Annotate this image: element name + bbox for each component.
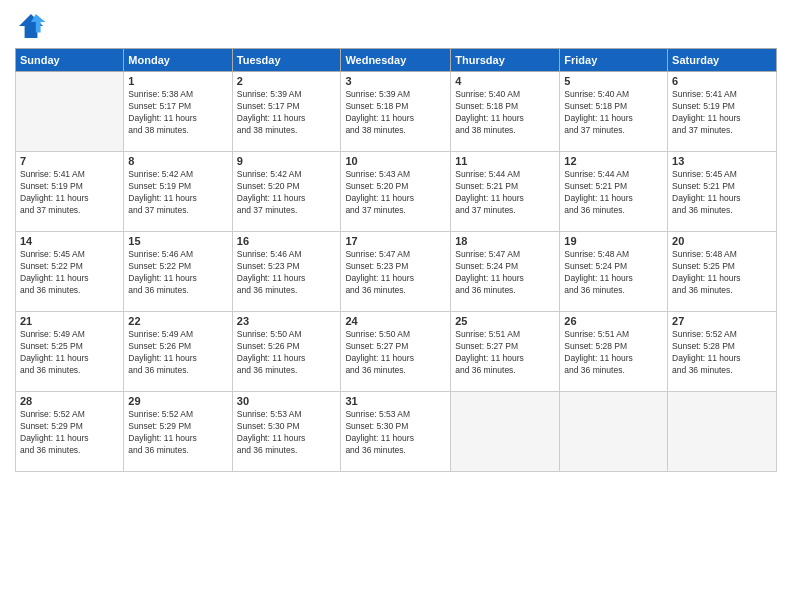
calendar-cell: 26Sunrise: 5:51 AMSunset: 5:28 PMDayligh… xyxy=(560,312,668,392)
calendar-cell xyxy=(451,392,560,472)
day-info: Sunrise: 5:45 AMSunset: 5:22 PMDaylight:… xyxy=(20,249,119,297)
day-header-monday: Monday xyxy=(124,49,232,72)
day-info: Sunrise: 5:40 AMSunset: 5:18 PMDaylight:… xyxy=(564,89,663,137)
day-header-thursday: Thursday xyxy=(451,49,560,72)
calendar-cell: 24Sunrise: 5:50 AMSunset: 5:27 PMDayligh… xyxy=(341,312,451,392)
day-info: Sunrise: 5:38 AMSunset: 5:17 PMDaylight:… xyxy=(128,89,227,137)
calendar-cell: 20Sunrise: 5:48 AMSunset: 5:25 PMDayligh… xyxy=(668,232,777,312)
day-number: 13 xyxy=(672,155,772,167)
calendar-cell: 1Sunrise: 5:38 AMSunset: 5:17 PMDaylight… xyxy=(124,72,232,152)
calendar-cell: 25Sunrise: 5:51 AMSunset: 5:27 PMDayligh… xyxy=(451,312,560,392)
day-number: 23 xyxy=(237,315,337,327)
calendar-cell: 10Sunrise: 5:43 AMSunset: 5:20 PMDayligh… xyxy=(341,152,451,232)
day-number: 7 xyxy=(20,155,119,167)
calendar-cell: 29Sunrise: 5:52 AMSunset: 5:29 PMDayligh… xyxy=(124,392,232,472)
day-number: 2 xyxy=(237,75,337,87)
day-info: Sunrise: 5:49 AMSunset: 5:25 PMDaylight:… xyxy=(20,329,119,377)
day-info: Sunrise: 5:50 AMSunset: 5:26 PMDaylight:… xyxy=(237,329,337,377)
day-info: Sunrise: 5:44 AMSunset: 5:21 PMDaylight:… xyxy=(564,169,663,217)
week-row-1: 7Sunrise: 5:41 AMSunset: 5:19 PMDaylight… xyxy=(16,152,777,232)
calendar-cell: 28Sunrise: 5:52 AMSunset: 5:29 PMDayligh… xyxy=(16,392,124,472)
calendar-cell: 30Sunrise: 5:53 AMSunset: 5:30 PMDayligh… xyxy=(232,392,341,472)
calendar-cell: 2Sunrise: 5:39 AMSunset: 5:17 PMDaylight… xyxy=(232,72,341,152)
day-info: Sunrise: 5:43 AMSunset: 5:20 PMDaylight:… xyxy=(345,169,446,217)
day-number: 14 xyxy=(20,235,119,247)
day-number: 24 xyxy=(345,315,446,327)
logo xyxy=(15,10,51,42)
day-number: 17 xyxy=(345,235,446,247)
day-number: 22 xyxy=(128,315,227,327)
day-number: 28 xyxy=(20,395,119,407)
calendar-table: SundayMondayTuesdayWednesdayThursdayFrid… xyxy=(15,48,777,472)
day-info: Sunrise: 5:48 AMSunset: 5:24 PMDaylight:… xyxy=(564,249,663,297)
calendar-cell: 17Sunrise: 5:47 AMSunset: 5:23 PMDayligh… xyxy=(341,232,451,312)
calendar-cell: 27Sunrise: 5:52 AMSunset: 5:28 PMDayligh… xyxy=(668,312,777,392)
day-number: 18 xyxy=(455,235,555,247)
day-info: Sunrise: 5:51 AMSunset: 5:27 PMDaylight:… xyxy=(455,329,555,377)
day-info: Sunrise: 5:53 AMSunset: 5:30 PMDaylight:… xyxy=(345,409,446,457)
day-header-wednesday: Wednesday xyxy=(341,49,451,72)
week-row-3: 21Sunrise: 5:49 AMSunset: 5:25 PMDayligh… xyxy=(16,312,777,392)
day-info: Sunrise: 5:44 AMSunset: 5:21 PMDaylight:… xyxy=(455,169,555,217)
logo-icon xyxy=(15,10,47,42)
day-info: Sunrise: 5:50 AMSunset: 5:27 PMDaylight:… xyxy=(345,329,446,377)
day-info: Sunrise: 5:41 AMSunset: 5:19 PMDaylight:… xyxy=(672,89,772,137)
day-info: Sunrise: 5:47 AMSunset: 5:24 PMDaylight:… xyxy=(455,249,555,297)
calendar-cell: 8Sunrise: 5:42 AMSunset: 5:19 PMDaylight… xyxy=(124,152,232,232)
calendar-cell: 16Sunrise: 5:46 AMSunset: 5:23 PMDayligh… xyxy=(232,232,341,312)
day-info: Sunrise: 5:40 AMSunset: 5:18 PMDaylight:… xyxy=(455,89,555,137)
day-number: 25 xyxy=(455,315,555,327)
calendar-cell: 21Sunrise: 5:49 AMSunset: 5:25 PMDayligh… xyxy=(16,312,124,392)
page: SundayMondayTuesdayWednesdayThursdayFrid… xyxy=(0,0,792,612)
calendar-cell: 23Sunrise: 5:50 AMSunset: 5:26 PMDayligh… xyxy=(232,312,341,392)
calendar-cell: 22Sunrise: 5:49 AMSunset: 5:26 PMDayligh… xyxy=(124,312,232,392)
day-info: Sunrise: 5:48 AMSunset: 5:25 PMDaylight:… xyxy=(672,249,772,297)
day-number: 16 xyxy=(237,235,337,247)
calendar-cell: 9Sunrise: 5:42 AMSunset: 5:20 PMDaylight… xyxy=(232,152,341,232)
calendar-cell: 18Sunrise: 5:47 AMSunset: 5:24 PMDayligh… xyxy=(451,232,560,312)
day-number: 15 xyxy=(128,235,227,247)
calendar-cell: 3Sunrise: 5:39 AMSunset: 5:18 PMDaylight… xyxy=(341,72,451,152)
day-info: Sunrise: 5:39 AMSunset: 5:18 PMDaylight:… xyxy=(345,89,446,137)
day-info: Sunrise: 5:53 AMSunset: 5:30 PMDaylight:… xyxy=(237,409,337,457)
day-number: 10 xyxy=(345,155,446,167)
header-row: SundayMondayTuesdayWednesdayThursdayFrid… xyxy=(16,49,777,72)
day-number: 27 xyxy=(672,315,772,327)
day-info: Sunrise: 5:49 AMSunset: 5:26 PMDaylight:… xyxy=(128,329,227,377)
day-info: Sunrise: 5:45 AMSunset: 5:21 PMDaylight:… xyxy=(672,169,772,217)
day-info: Sunrise: 5:52 AMSunset: 5:28 PMDaylight:… xyxy=(672,329,772,377)
calendar-cell xyxy=(16,72,124,152)
day-info: Sunrise: 5:51 AMSunset: 5:28 PMDaylight:… xyxy=(564,329,663,377)
day-number: 9 xyxy=(237,155,337,167)
day-number: 6 xyxy=(672,75,772,87)
day-number: 1 xyxy=(128,75,227,87)
day-number: 4 xyxy=(455,75,555,87)
day-info: Sunrise: 5:42 AMSunset: 5:19 PMDaylight:… xyxy=(128,169,227,217)
calendar-cell: 12Sunrise: 5:44 AMSunset: 5:21 PMDayligh… xyxy=(560,152,668,232)
calendar-cell: 31Sunrise: 5:53 AMSunset: 5:30 PMDayligh… xyxy=(341,392,451,472)
day-number: 8 xyxy=(128,155,227,167)
calendar-cell xyxy=(560,392,668,472)
day-number: 19 xyxy=(564,235,663,247)
day-number: 12 xyxy=(564,155,663,167)
day-info: Sunrise: 5:41 AMSunset: 5:19 PMDaylight:… xyxy=(20,169,119,217)
day-number: 26 xyxy=(564,315,663,327)
day-header-friday: Friday xyxy=(560,49,668,72)
calendar-cell: 14Sunrise: 5:45 AMSunset: 5:22 PMDayligh… xyxy=(16,232,124,312)
week-row-4: 28Sunrise: 5:52 AMSunset: 5:29 PMDayligh… xyxy=(16,392,777,472)
day-number: 31 xyxy=(345,395,446,407)
day-number: 29 xyxy=(128,395,227,407)
day-header-sunday: Sunday xyxy=(16,49,124,72)
day-number: 11 xyxy=(455,155,555,167)
calendar-cell: 19Sunrise: 5:48 AMSunset: 5:24 PMDayligh… xyxy=(560,232,668,312)
calendar-cell: 5Sunrise: 5:40 AMSunset: 5:18 PMDaylight… xyxy=(560,72,668,152)
calendar-cell: 13Sunrise: 5:45 AMSunset: 5:21 PMDayligh… xyxy=(668,152,777,232)
day-info: Sunrise: 5:47 AMSunset: 5:23 PMDaylight:… xyxy=(345,249,446,297)
day-info: Sunrise: 5:46 AMSunset: 5:23 PMDaylight:… xyxy=(237,249,337,297)
calendar-cell xyxy=(668,392,777,472)
day-info: Sunrise: 5:46 AMSunset: 5:22 PMDaylight:… xyxy=(128,249,227,297)
calendar-cell: 6Sunrise: 5:41 AMSunset: 5:19 PMDaylight… xyxy=(668,72,777,152)
day-number: 21 xyxy=(20,315,119,327)
day-info: Sunrise: 5:39 AMSunset: 5:17 PMDaylight:… xyxy=(237,89,337,137)
week-row-0: 1Sunrise: 5:38 AMSunset: 5:17 PMDaylight… xyxy=(16,72,777,152)
